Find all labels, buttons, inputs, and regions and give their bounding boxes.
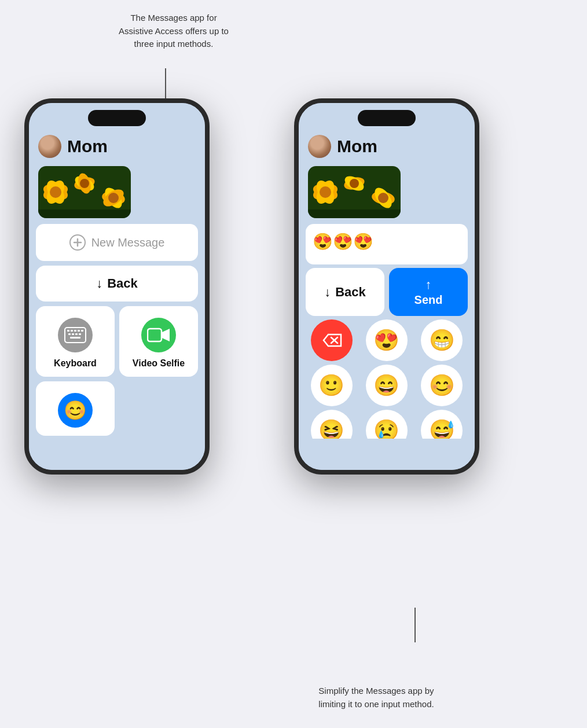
annotation-line-bottom [414,608,416,642]
left-back-button[interactable]: ↓ Back [36,266,198,302]
annotation-bottom: Simplify the Messages app by limiting it… [318,685,434,711]
left-phone-screen: Mom [29,103,205,470]
svg-rect-27 [79,333,81,335]
svg-rect-14 [38,209,131,218]
right-image-bubble [308,166,401,218]
svg-point-13 [108,193,119,203]
svg-rect-18 [65,328,86,343]
svg-rect-29 [148,329,162,341]
right-back-label: Back [335,285,366,300]
new-message-label: New Message [91,236,165,249]
input-methods-grid: Keyboard Video Selfie [36,306,198,377]
dynamic-island-right [358,110,416,126]
svg-rect-24 [68,333,71,335]
emoji-grid: 😍 😁 🙂 😄 😊 [306,319,468,406]
svg-point-5 [50,186,61,198]
svg-rect-21 [74,330,76,332]
new-message-icon [69,234,86,251]
svg-marker-30 [162,329,170,341]
svg-rect-43 [308,209,401,218]
emoji-delete-button[interactable] [311,319,353,361]
video-icon-circle [141,318,176,352]
video-icon [147,326,170,344]
right-back-button[interactable]: ↓ Back [306,268,384,316]
keyboard-label: Keyboard [54,358,97,369]
svg-point-39 [350,179,359,188]
keyboard-icon [64,327,86,343]
delete-icon [321,332,342,348]
right-contact-name: Mom [337,137,377,156]
svg-rect-23 [81,330,83,332]
keyboard-button[interactable]: Keyboard [36,306,115,377]
composed-emojis: 😍😍😍 [313,233,373,251]
svg-rect-20 [71,330,73,332]
emoji-grinning[interactable]: 😁 [421,319,463,361]
left-contact-name: Mom [67,137,108,156]
left-back-arrow-icon: ↓ [96,276,102,291]
emoji-xd[interactable]: 😆 [311,410,353,439]
svg-point-36 [320,186,331,198]
left-back-label: Back [107,276,138,291]
dynamic-island-left [88,110,146,126]
new-message-button[interactable]: New Message [36,224,198,261]
emoji-icon-circle: 😊 [58,393,93,428]
send-label: Send [414,293,443,307]
left-image-bubble [38,166,131,218]
right-phone-screen: Mom 😍😍😍 [299,103,475,470]
right-avatar-image [308,135,331,158]
send-arrow-icon: ↑ [425,277,432,292]
right-phone: Mom 😍😍😍 [294,98,479,475]
emoji-heart-eyes[interactable]: 😍 [366,319,408,361]
right-back-arrow-icon: ↓ [324,285,331,300]
left-avatar [38,135,61,158]
keyboard-icon-circle [58,318,93,352]
svg-point-42 [378,193,388,203]
svg-rect-28 [70,337,80,339]
left-phone: Mom [24,98,210,475]
video-selfie-label: Video Selfie [133,358,185,369]
send-button[interactable]: ↑ Send [389,268,468,316]
emoji-partial-row: 😆 😢 😅 [306,410,468,439]
svg-rect-19 [67,330,69,332]
partial-emoji-row: 😊 [36,381,198,436]
emoji-smiling-eyes[interactable]: 😊 [421,365,463,406]
svg-rect-25 [72,333,74,335]
emoji-message-area: 😍😍😍 [306,224,468,264]
emoji-slightly-smiling[interactable]: 🙂 [311,365,353,406]
action-row: ↓ Back ↑ Send [306,268,468,316]
right-flower-image [308,166,401,218]
annotation-top: The Messages app for Assistive Access of… [116,12,232,51]
video-selfie-button[interactable]: Video Selfie [119,306,198,377]
emoji-sweat-smile[interactable]: 😅 [421,410,463,439]
emoji-icon: 😊 [64,399,87,421]
emoji-cry[interactable]: 😢 [366,410,408,439]
emoji-partial-button[interactable]: 😊 [36,381,115,436]
svg-point-9 [80,179,89,188]
emoji-beaming[interactable]: 😄 [366,365,408,406]
svg-rect-26 [75,333,78,335]
flower-image [38,166,131,218]
annotation-line-top [165,68,166,103]
left-avatar-image [38,135,61,158]
right-avatar [308,135,331,158]
svg-rect-22 [78,330,80,332]
